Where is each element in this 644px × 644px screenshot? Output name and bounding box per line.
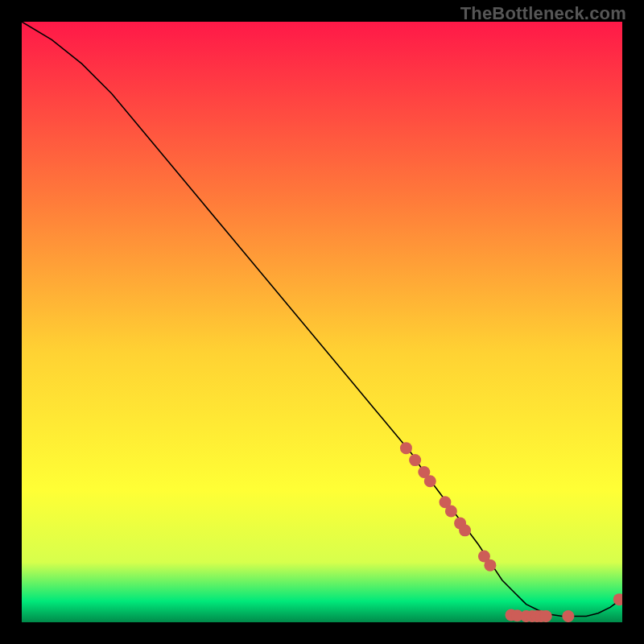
chart-frame: TheBottleneck.com: [0, 0, 644, 644]
data-marker: [400, 442, 412, 454]
data-marker: [409, 454, 421, 466]
data-marker: [540, 610, 552, 622]
data-marker: [445, 505, 457, 517]
gradient-background: [22, 22, 622, 622]
data-marker: [484, 559, 496, 572]
data-marker: [424, 475, 436, 487]
plot-svg: [22, 22, 622, 622]
data-marker: [459, 524, 471, 536]
data-marker: [562, 610, 574, 622]
plot-area: [22, 22, 622, 622]
